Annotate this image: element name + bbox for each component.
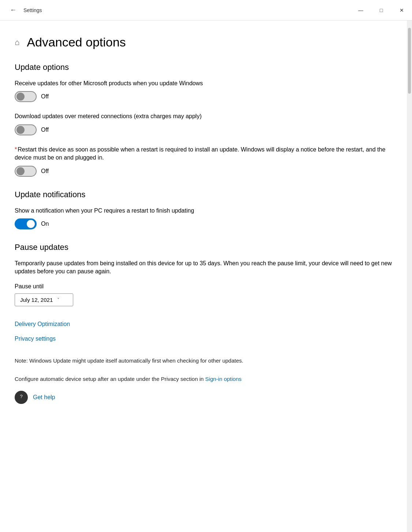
config-text: Configure automatic device setup after a… — [15, 375, 392, 383]
get-help-row: ? Get help — [15, 391, 392, 404]
sign-in-options-link[interactable]: Sign-in options — [205, 376, 241, 382]
scrollbar-track[interactable] — [407, 20, 412, 532]
config-text-before: Configure automatic device setup after a… — [15, 376, 205, 382]
maximize-icon: □ — [380, 7, 383, 13]
setting-item-ms-products: Receive updates for other Microsoft prod… — [15, 79, 392, 102]
pause-updates-description: Temporarily pause updates from being ins… — [15, 259, 392, 276]
maximize-button[interactable]: □ — [371, 0, 391, 20]
chevron-down-icon: ˅ — [57, 297, 60, 303]
toggle-row-restart: Off — [15, 166, 392, 177]
asterisk-icon: * — [15, 146, 17, 153]
toggle-row-ms-products: Off — [15, 91, 392, 102]
links-section: Delivery Optimization Privacy settings — [15, 321, 392, 342]
toggle-ms-products[interactable] — [15, 91, 37, 102]
toggle-row-notification: On — [15, 218, 392, 229]
pause-until-dropdown[interactable]: July 12, 2021 ˅ — [15, 293, 73, 306]
back-icon: ← — [10, 6, 16, 14]
toggle-row-metered: Off — [15, 124, 392, 135]
titlebar: ← Settings — □ ✕ — [0, 0, 412, 20]
get-help-link[interactable]: Get help — [33, 394, 55, 401]
toggle-restart[interactable] — [15, 166, 37, 177]
toggle-notification[interactable] — [15, 218, 37, 229]
toggle-knob-notification — [27, 220, 35, 228]
toggle-knob-restart — [16, 167, 25, 175]
minimize-icon: — — [358, 7, 363, 13]
update-notifications-heading: Update notifications — [15, 190, 392, 199]
home-icon[interactable]: ⌂ — [15, 38, 19, 47]
delivery-optimization-link[interactable]: Delivery Optimization — [15, 321, 392, 327]
titlebar-title: Settings — [23, 7, 42, 13]
pause-until-container: Pause until July 12, 2021 ˅ — [15, 283, 392, 306]
toggle-knob-metered — [16, 126, 25, 134]
toggle-state-ms-products: Off — [41, 93, 49, 100]
setting-label-restart: *Restart this device as soon as possible… — [15, 146, 392, 162]
svg-text:?: ? — [20, 394, 22, 399]
setting-label-notification: Show a notification when your PC require… — [15, 207, 392, 215]
scrollbar-thumb[interactable] — [408, 28, 411, 94]
pause-updates-heading: Pause updates — [15, 243, 392, 252]
toggle-knob-ms-products — [16, 93, 25, 101]
main-content: ⌂ Advanced options Update options Receiv… — [0, 20, 407, 532]
toggle-state-restart: Off — [41, 168, 49, 175]
pause-updates-section: Pause updates Temporarily pause updates … — [15, 243, 392, 306]
setting-item-metered: Download updates over metered connection… — [15, 112, 392, 135]
pause-until-label: Pause until — [15, 283, 392, 290]
toggle-state-notification: On — [41, 221, 49, 227]
setting-label-metered: Download updates over metered connection… — [15, 112, 392, 120]
toggle-metered[interactable] — [15, 124, 37, 135]
dropdown-value: July 12, 2021 — [20, 297, 53, 303]
setting-label-restart-text: Restart this device as soon as possible … — [15, 146, 385, 161]
toggle-state-metered: Off — [41, 127, 49, 133]
setting-item-restart: *Restart this device as soon as possible… — [15, 146, 392, 177]
close-icon: ✕ — [400, 7, 404, 13]
update-notifications-section: Update notifications Show a notification… — [15, 190, 392, 229]
content-wrapper: ⌂ Advanced options Update options Receiv… — [0, 20, 412, 532]
notes-section: Note: Windows Update might update itself… — [15, 357, 392, 383]
privacy-settings-link[interactable]: Privacy settings — [15, 336, 392, 342]
back-button[interactable]: ← — [7, 4, 20, 17]
page-header: ⌂ Advanced options — [15, 35, 392, 49]
help-icon-symbol: ? — [17, 392, 25, 402]
window-controls: — □ ✕ — [350, 0, 412, 20]
page-title: Advanced options — [27, 35, 126, 49]
setting-item-notification: Show a notification when your PC require… — [15, 207, 392, 229]
close-button[interactable]: ✕ — [391, 0, 412, 20]
note-text: Note: Windows Update might update itself… — [15, 357, 392, 365]
update-options-heading: Update options — [15, 63, 392, 72]
update-options-section: Update options Receive updates for other… — [15, 63, 392, 177]
minimize-button[interactable]: — — [350, 0, 371, 20]
help-icon: ? — [15, 391, 28, 404]
setting-label-ms-products: Receive updates for other Microsoft prod… — [15, 79, 392, 87]
